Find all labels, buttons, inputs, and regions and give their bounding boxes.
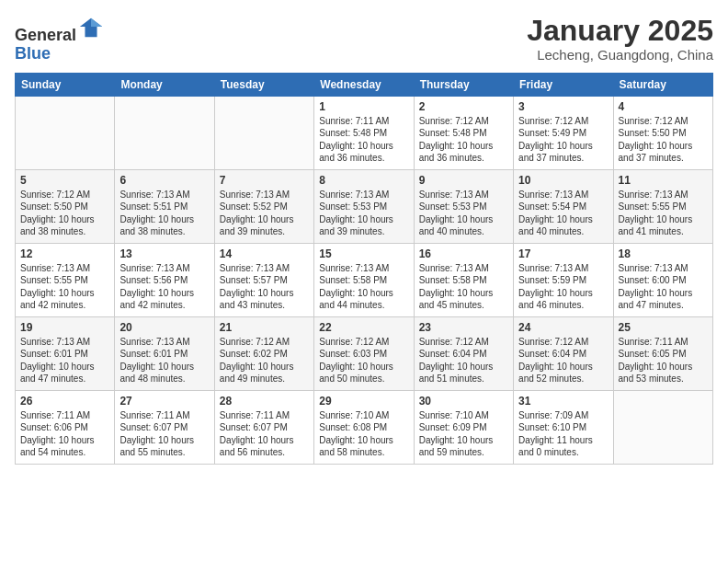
- day-number: 13: [119, 247, 209, 260]
- day-number: 26: [20, 395, 109, 408]
- day-number: 29: [319, 395, 408, 408]
- weekday-header-row: SundayMondayTuesdayWednesdayThursdayFrid…: [16, 73, 713, 96]
- calendar-cell: 23Sunrise: 7:12 AM Sunset: 6:04 PM Dayli…: [414, 316, 513, 390]
- calendar-cell: [214, 96, 313, 169]
- day-info: Sunrise: 7:12 AM Sunset: 6:04 PM Dayligh…: [518, 336, 608, 385]
- day-info: Sunrise: 7:13 AM Sunset: 5:53 PM Dayligh…: [319, 189, 408, 238]
- day-info: Sunrise: 7:13 AM Sunset: 5:57 PM Dayligh…: [220, 262, 309, 312]
- day-number: 17: [518, 247, 608, 260]
- day-number: 7: [220, 174, 309, 187]
- month-title: January 2025: [527, 15, 713, 47]
- calendar-cell: [613, 390, 712, 464]
- calendar-cell: 25Sunrise: 7:11 AM Sunset: 6:05 PM Dayli…: [613, 316, 712, 390]
- day-info: Sunrise: 7:11 AM Sunset: 6:06 PM Dayligh…: [20, 409, 109, 459]
- calendar-cell: 31Sunrise: 7:09 AM Sunset: 6:10 PM Dayli…: [514, 390, 613, 464]
- weekday-header-wednesday: Wednesday: [314, 73, 414, 96]
- weekday-header-sunday: Sunday: [16, 73, 115, 96]
- day-info: Sunrise: 7:11 AM Sunset: 5:48 PM Dayligh…: [319, 115, 408, 165]
- day-number: 6: [119, 174, 209, 187]
- day-info: Sunrise: 7:13 AM Sunset: 6:01 PM Dayligh…: [20, 336, 109, 385]
- day-number: 3: [518, 100, 608, 113]
- day-number: 11: [619, 174, 708, 187]
- calendar-week-row: 1Sunrise: 7:11 AM Sunset: 5:48 PM Daylig…: [16, 96, 713, 169]
- calendar-week-row: 19Sunrise: 7:13 AM Sunset: 6:01 PM Dayli…: [16, 316, 713, 390]
- day-info: Sunrise: 7:13 AM Sunset: 5:58 PM Dayligh…: [319, 262, 408, 312]
- day-number: 19: [20, 321, 109, 334]
- calendar-cell: 27Sunrise: 7:11 AM Sunset: 6:07 PM Dayli…: [115, 390, 214, 464]
- page-header: General Blue January 2025 Lecheng, Guang…: [15, 15, 713, 63]
- weekday-header-friday: Friday: [514, 73, 613, 96]
- day-number: 16: [419, 247, 508, 260]
- calendar-cell: 7Sunrise: 7:13 AM Sunset: 5:52 PM Daylig…: [214, 169, 313, 243]
- day-info: Sunrise: 7:13 AM Sunset: 5:55 PM Dayligh…: [619, 189, 708, 238]
- svg-marker-1: [91, 18, 102, 27]
- day-info: Sunrise: 7:13 AM Sunset: 5:55 PM Dayligh…: [20, 262, 109, 312]
- day-info: Sunrise: 7:12 AM Sunset: 5:50 PM Dayligh…: [619, 115, 708, 165]
- calendar-cell: 18Sunrise: 7:13 AM Sunset: 6:00 PM Dayli…: [613, 243, 712, 316]
- day-info: Sunrise: 7:12 AM Sunset: 6:02 PM Dayligh…: [220, 336, 309, 385]
- calendar-cell: 20Sunrise: 7:13 AM Sunset: 6:01 PM Dayli…: [115, 316, 214, 390]
- day-number: 25: [619, 321, 708, 334]
- calendar-cell: 1Sunrise: 7:11 AM Sunset: 5:48 PM Daylig…: [314, 96, 414, 169]
- calendar-cell: [16, 96, 115, 169]
- day-info: Sunrise: 7:12 AM Sunset: 6:03 PM Dayligh…: [319, 336, 408, 385]
- calendar-cell: 13Sunrise: 7:13 AM Sunset: 5:56 PM Dayli…: [115, 243, 214, 316]
- calendar-week-row: 12Sunrise: 7:13 AM Sunset: 5:55 PM Dayli…: [16, 243, 713, 316]
- day-number: 27: [119, 395, 209, 408]
- day-number: 28: [220, 395, 309, 408]
- title-block: January 2025 Lecheng, Guangdong, China: [527, 15, 713, 63]
- day-number: 5: [20, 174, 109, 187]
- day-info: Sunrise: 7:13 AM Sunset: 5:53 PM Dayligh…: [419, 189, 508, 238]
- day-info: Sunrise: 7:12 AM Sunset: 5:48 PM Dayligh…: [419, 115, 508, 165]
- calendar-cell: 11Sunrise: 7:13 AM Sunset: 5:55 PM Dayli…: [613, 169, 712, 243]
- day-info: Sunrise: 7:10 AM Sunset: 6:08 PM Dayligh…: [319, 409, 408, 459]
- calendar-cell: 6Sunrise: 7:13 AM Sunset: 5:51 PM Daylig…: [115, 169, 214, 243]
- day-number: 18: [619, 247, 708, 260]
- day-info: Sunrise: 7:11 AM Sunset: 6:05 PM Dayligh…: [619, 336, 708, 385]
- weekday-header-monday: Monday: [115, 73, 214, 96]
- day-number: 30: [419, 395, 508, 408]
- day-number: 10: [518, 174, 608, 187]
- calendar-cell: [115, 96, 214, 169]
- day-info: Sunrise: 7:11 AM Sunset: 6:07 PM Dayligh…: [119, 409, 209, 459]
- day-number: 4: [619, 100, 708, 113]
- calendar-cell: 12Sunrise: 7:13 AM Sunset: 5:55 PM Dayli…: [16, 243, 115, 316]
- day-number: 22: [319, 321, 408, 334]
- calendar-cell: 9Sunrise: 7:13 AM Sunset: 5:53 PM Daylig…: [414, 169, 513, 243]
- day-number: 31: [518, 395, 608, 408]
- calendar-cell: 24Sunrise: 7:12 AM Sunset: 6:04 PM Dayli…: [514, 316, 613, 390]
- calendar-cell: 15Sunrise: 7:13 AM Sunset: 5:58 PM Dayli…: [314, 243, 414, 316]
- calendar-cell: 4Sunrise: 7:12 AM Sunset: 5:50 PM Daylig…: [613, 96, 712, 169]
- logo-general: General: [15, 26, 76, 44]
- day-number: 15: [319, 247, 408, 260]
- calendar-week-row: 26Sunrise: 7:11 AM Sunset: 6:06 PM Dayli…: [16, 390, 713, 464]
- calendar-cell: 29Sunrise: 7:10 AM Sunset: 6:08 PM Dayli…: [314, 390, 414, 464]
- logo: General Blue: [15, 15, 104, 63]
- calendar-cell: 16Sunrise: 7:13 AM Sunset: 5:58 PM Dayli…: [414, 243, 513, 316]
- day-info: Sunrise: 7:13 AM Sunset: 5:54 PM Dayligh…: [518, 189, 608, 238]
- day-number: 20: [119, 321, 209, 334]
- logo-blue: Blue: [15, 44, 51, 63]
- day-info: Sunrise: 7:13 AM Sunset: 5:52 PM Dayligh…: [220, 189, 309, 238]
- calendar-cell: 2Sunrise: 7:12 AM Sunset: 5:48 PM Daylig…: [414, 96, 513, 169]
- calendar-cell: 8Sunrise: 7:13 AM Sunset: 5:53 PM Daylig…: [314, 169, 414, 243]
- weekday-header-thursday: Thursday: [414, 73, 513, 96]
- calendar-cell: 19Sunrise: 7:13 AM Sunset: 6:01 PM Dayli…: [16, 316, 115, 390]
- day-info: Sunrise: 7:13 AM Sunset: 6:00 PM Dayligh…: [619, 262, 708, 312]
- calendar-cell: 14Sunrise: 7:13 AM Sunset: 5:57 PM Dayli…: [214, 243, 313, 316]
- day-info: Sunrise: 7:12 AM Sunset: 5:50 PM Dayligh…: [20, 189, 109, 238]
- day-info: Sunrise: 7:13 AM Sunset: 5:51 PM Dayligh…: [119, 189, 209, 238]
- weekday-header-saturday: Saturday: [613, 73, 712, 96]
- calendar-week-row: 5Sunrise: 7:12 AM Sunset: 5:50 PM Daylig…: [16, 169, 713, 243]
- day-info: Sunrise: 7:11 AM Sunset: 6:07 PM Dayligh…: [220, 409, 309, 459]
- calendar-table: SundayMondayTuesdayWednesdayThursdayFrid…: [15, 73, 713, 465]
- weekday-header-tuesday: Tuesday: [214, 73, 313, 96]
- day-number: 14: [220, 247, 309, 260]
- calendar-cell: 10Sunrise: 7:13 AM Sunset: 5:54 PM Dayli…: [514, 169, 613, 243]
- day-info: Sunrise: 7:13 AM Sunset: 5:56 PM Dayligh…: [119, 262, 209, 312]
- day-info: Sunrise: 7:12 AM Sunset: 5:49 PM Dayligh…: [518, 115, 608, 165]
- day-info: Sunrise: 7:13 AM Sunset: 6:01 PM Dayligh…: [119, 336, 209, 385]
- calendar-cell: 22Sunrise: 7:12 AM Sunset: 6:03 PM Dayli…: [314, 316, 414, 390]
- calendar-cell: 3Sunrise: 7:12 AM Sunset: 5:49 PM Daylig…: [514, 96, 613, 169]
- day-info: Sunrise: 7:13 AM Sunset: 5:58 PM Dayligh…: [419, 262, 508, 312]
